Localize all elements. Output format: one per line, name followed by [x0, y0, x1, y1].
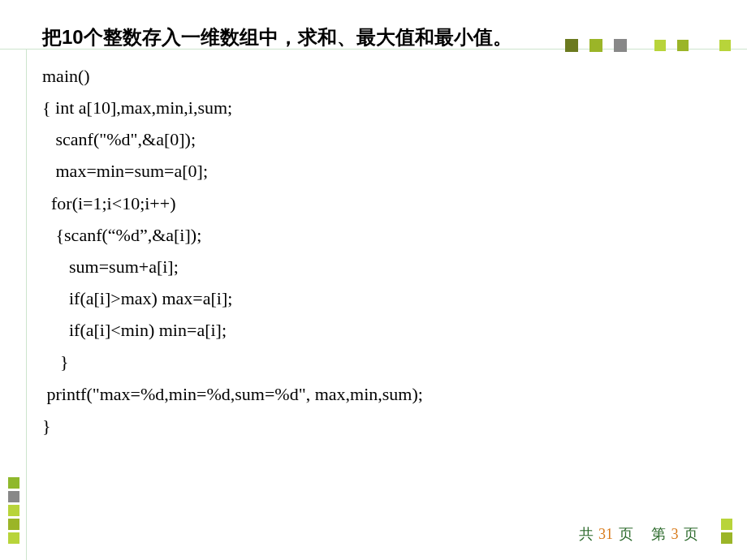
decoration-top-right: [565, 39, 731, 52]
footer-text: 页: [619, 526, 633, 542]
code-line: if(a[i]>max) max=a[i];: [42, 282, 747, 314]
total-pages: 31: [598, 526, 613, 542]
footer-text: 共: [579, 526, 594, 542]
code-line: if(a[i]<min) min=a[i];: [42, 314, 747, 346]
code-line: {scanf(“%d”,&a[i]);: [42, 219, 747, 251]
code-line: main(): [42, 60, 747, 92]
code-line: }: [42, 410, 747, 442]
code-line: scanf("%d",&a[0]);: [42, 123, 747, 155]
square-icon: [8, 505, 19, 516]
footer-text: 第: [651, 526, 666, 542]
square-icon: [589, 39, 602, 52]
code-line: sum=sum+a[i];: [42, 251, 747, 282]
footer-text: 页: [684, 526, 698, 542]
decoration-bottom-right: [721, 519, 732, 544]
square-icon: [565, 39, 578, 52]
decoration-left: [8, 477, 19, 544]
square-icon: [8, 477, 19, 489]
square-icon: [8, 532, 19, 544]
square-icon: [721, 519, 732, 530]
square-icon: [8, 491, 19, 502]
square-icon: [721, 532, 732, 544]
code-line: max=min=sum=a[0];: [42, 155, 747, 187]
slide-container: 把10个整数存入一维数组中，求和、最大值和最小值。 main() { int a…: [0, 0, 747, 560]
code-line: }: [42, 346, 747, 377]
square-icon: [614, 39, 627, 52]
border-left: [26, 49, 27, 560]
square-icon: [8, 519, 19, 530]
code-line: { int a[10],max,min,i,sum;: [42, 92, 747, 123]
square-icon: [719, 40, 731, 51]
current-page: 3: [671, 526, 679, 542]
code-block: main() { int a[10],max,min,i,sum; scanf(…: [0, 60, 747, 442]
code-line: printf("max=%d,min=%d,sum=%d", max,min,s…: [42, 378, 747, 410]
square-icon: [677, 40, 689, 51]
code-line: for(i=1;i<10;i++): [42, 187, 747, 219]
square-icon: [654, 40, 666, 51]
page-footer: 共 31 页 第 3 页: [579, 524, 699, 544]
